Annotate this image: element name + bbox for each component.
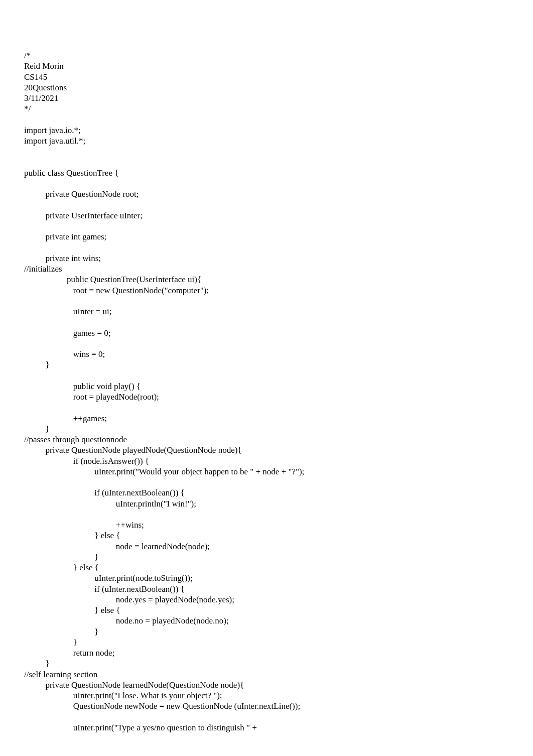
source-code-block: /* Reid Morin CS145 20Questions 3/11/202… bbox=[24, 50, 509, 733]
